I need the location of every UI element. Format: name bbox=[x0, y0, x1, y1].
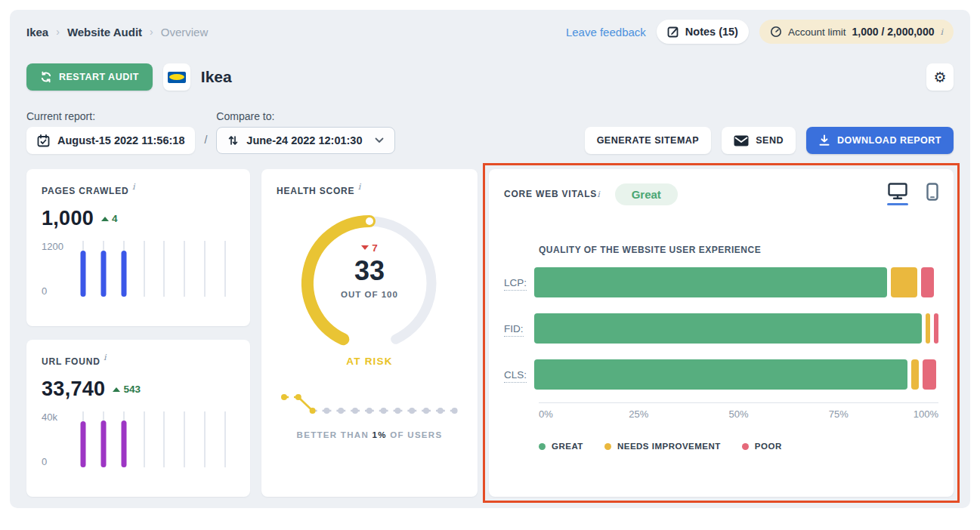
breadcrumb-project[interactable]: Ikea bbox=[26, 26, 48, 39]
chart-bar-slot bbox=[134, 241, 154, 297]
download-report-button[interactable]: DOWNLOAD REPORT bbox=[806, 127, 954, 154]
compare-report-select[interactable]: June-24 2022 12:01:30 bbox=[216, 127, 394, 154]
y-min-label: 0 bbox=[42, 285, 66, 297]
chart-bar-slot bbox=[175, 411, 195, 467]
chart-y-axis: 40k 0 bbox=[42, 411, 66, 467]
info-icon[interactable]: i bbox=[132, 182, 135, 192]
send-label: SEND bbox=[756, 135, 784, 146]
info-icon[interactable]: i bbox=[104, 353, 107, 362]
breadcrumb-current: Overview bbox=[161, 26, 209, 39]
delta-up-icon bbox=[113, 387, 120, 392]
breadcrumb-separator: › bbox=[56, 26, 60, 38]
health-score-column: HEALTH SCORE i 7 bbox=[261, 169, 478, 497]
chart-bar bbox=[101, 251, 107, 297]
cwv-segment-needs-improvement bbox=[891, 267, 917, 297]
url-found-value-row: 33,740 543 bbox=[42, 377, 235, 401]
calendar-check-icon bbox=[37, 134, 50, 147]
chart-bar bbox=[81, 251, 86, 297]
report-actions: GENERATE SITEMAP SEND DOWNLOAD REPORT bbox=[585, 127, 954, 154]
page-header: RESTART AUDIT Ikea ⚙ bbox=[26, 63, 954, 91]
info-icon[interactable]: i bbox=[358, 182, 361, 192]
edit-note-icon bbox=[667, 26, 679, 38]
cwv-metric-label[interactable]: LCP: bbox=[504, 277, 534, 288]
cwv-rows: LCP:FID:CLS: bbox=[504, 267, 938, 390]
pages-crawled-value: 1,000 bbox=[42, 207, 94, 230]
health-score-delta-value: 7 bbox=[372, 242, 378, 254]
cwv-row: FID: bbox=[504, 313, 938, 344]
info-icon[interactable]: i bbox=[940, 28, 943, 36]
y-max-label: 1200 bbox=[42, 241, 66, 252]
notes-button[interactable]: Notes (15) bbox=[657, 20, 749, 44]
content-panel: Ikea › Website Audit › Overview Leave fe… bbox=[10, 10, 970, 508]
cwv-bar-track bbox=[534, 359, 938, 390]
chart-bar-slot bbox=[94, 411, 114, 467]
info-icon[interactable]: i bbox=[597, 190, 600, 199]
chart-gridline bbox=[144, 241, 145, 297]
desktop-icon bbox=[888, 183, 907, 199]
generate-sitemap-label: GENERATE SITEMAP bbox=[597, 135, 700, 146]
ikea-logo-icon bbox=[168, 72, 186, 83]
dashboard-cards: PAGES CRAWLED i 1,000 4 1200 0 bbox=[26, 169, 954, 497]
account-limit-badge[interactable]: Account limit 1,000 / 2,000,000 i bbox=[759, 20, 954, 44]
chart-bar-slot bbox=[73, 411, 94, 467]
cwv-row: LCP: bbox=[504, 267, 938, 297]
cwv-bar-track bbox=[534, 267, 938, 297]
cwv-segment-poor bbox=[921, 267, 935, 297]
caption-percent: 1% bbox=[373, 430, 387, 439]
compare-report-value: June-24 2022 12:01:30 bbox=[246, 134, 362, 146]
chart-bar bbox=[121, 421, 126, 467]
chart-bar bbox=[101, 421, 107, 467]
legend-item: GREAT bbox=[539, 442, 583, 451]
pages-crawled-delta-value: 4 bbox=[112, 213, 118, 224]
chart-gridline bbox=[204, 241, 206, 297]
cwv-axis-tick: 75% bbox=[829, 408, 849, 420]
pages-crawled-title-row: PAGES CRAWLED i bbox=[42, 183, 235, 197]
restart-audit-button[interactable]: RESTART AUDIT bbox=[26, 63, 153, 91]
cwv-row: CLS: bbox=[504, 359, 938, 390]
chart-gridline bbox=[144, 411, 145, 467]
leave-feedback-link[interactable]: Leave feedback bbox=[566, 26, 646, 39]
download-report-label: DOWNLOAD REPORT bbox=[837, 135, 941, 146]
chart-gridline bbox=[224, 411, 226, 467]
desktop-toggle-button[interactable] bbox=[887, 183, 908, 205]
health-score-value: 33 bbox=[277, 255, 462, 287]
top-bar-right: Leave feedback Notes (15) Account limit … bbox=[566, 20, 954, 44]
compare-to-label: Compare to: bbox=[216, 110, 394, 122]
mobile-toggle-button[interactable] bbox=[926, 183, 938, 201]
health-score-outof: OUT OF 100 bbox=[277, 290, 462, 299]
health-score-status: AT RISK bbox=[277, 356, 462, 367]
account-limit-label: Account limit bbox=[788, 26, 846, 38]
delta-down-icon bbox=[361, 245, 369, 250]
delta-up-icon bbox=[101, 217, 109, 221]
chart-gridline bbox=[184, 241, 185, 297]
restart-audit-label: RESTART AUDIT bbox=[59, 72, 139, 82]
cwv-segment-great bbox=[534, 313, 922, 344]
cwv-segment-great bbox=[534, 267, 887, 297]
legend-dot bbox=[539, 443, 546, 450]
site-favicon bbox=[163, 63, 190, 91]
current-report-picker[interactable]: August-15 2022 11:56:18 bbox=[26, 127, 195, 154]
chart-gridline bbox=[224, 241, 226, 297]
pages-crawled-card: PAGES CRAWLED i 1,000 4 1200 0 bbox=[26, 169, 250, 326]
breadcrumb-section[interactable]: Website Audit bbox=[67, 26, 142, 39]
health-trend-caption: BETTER THAN 1% OF USERS bbox=[277, 430, 462, 439]
cwv-metric-label[interactable]: CLS: bbox=[504, 369, 534, 381]
current-report-value: August-15 2022 11:56:18 bbox=[57, 134, 184, 146]
send-button[interactable]: SEND bbox=[722, 127, 796, 154]
chart-bar-slot bbox=[215, 241, 235, 297]
cwv-segment-poor bbox=[934, 313, 938, 344]
url-found-bars bbox=[73, 411, 235, 467]
generate-sitemap-button[interactable]: GENERATE SITEMAP bbox=[585, 127, 712, 154]
chart-bar-slot bbox=[195, 411, 215, 467]
cwv-axis-tick: 100% bbox=[914, 408, 938, 420]
current-report-group: Current report: August-15 2022 11:56:18 bbox=[26, 110, 195, 154]
chart-bar-slot bbox=[175, 241, 195, 297]
pages-crawled-title: PAGES CRAWLED bbox=[42, 186, 129, 196]
cwv-metric-label[interactable]: FID: bbox=[504, 323, 534, 334]
report-separator: / bbox=[195, 134, 216, 154]
settings-button[interactable]: ⚙ bbox=[926, 63, 954, 91]
chart-bar-slot bbox=[73, 241, 94, 297]
cwv-title: CORE WEB VITALS bbox=[504, 189, 597, 199]
account-limit-value: 1,000 / 2,000,000 bbox=[852, 26, 934, 38]
y-max-label: 40k bbox=[42, 411, 66, 423]
